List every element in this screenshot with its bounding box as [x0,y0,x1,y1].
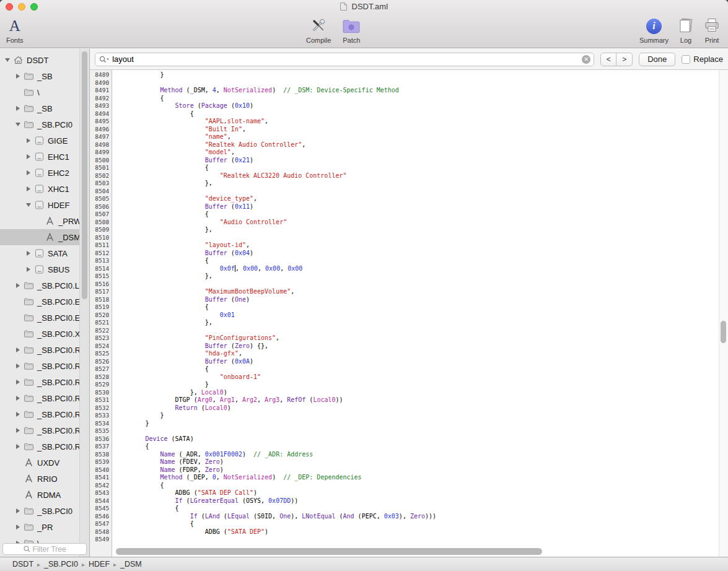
code-line[interactable]: 8499 "model", [90,149,718,157]
find-next-button[interactable]: > [616,53,633,66]
disclosure-triangle-icon[interactable] [14,282,22,289]
code-line[interactable]: 8527 { [90,365,718,373]
code-line[interactable]: 8532 Return (Local0) [90,404,718,412]
code-line[interactable]: 8523 "PinConfigurations", [90,334,718,342]
code-line[interactable]: 8515 }, [90,272,718,281]
code-line[interactable]: 8497 "name", [90,133,718,141]
code-line[interactable]: 8510 [90,234,718,242]
editor-vscrollbar-track[interactable] [719,70,728,557]
code-line[interactable]: 8543 ADBG ("SATA DEP Call") [90,489,718,497]
code-line[interactable]: 8535 [90,427,718,435]
disclosure-triangle-icon[interactable] [25,153,32,160]
sidebar-item-uxdv[interactable]: UXDV [0,455,79,471]
code-line[interactable]: 8531 DTGP (Arg0, Arg1, Arg2, Arg3, RefOf… [90,396,718,404]
disclosure-triangle-icon[interactable] [14,394,22,402]
patch-button[interactable]: Patch [342,16,361,44]
sidebar-item-xhc1[interactable]: XHC1 [0,181,79,197]
disclosure-triangle-icon[interactable] [14,523,22,531]
sidebar-item-dsm[interactable]: _DSM [0,229,79,245]
code-line[interactable]: 8549 [90,536,718,544]
breadcrumb-item[interactable]: _DSM [120,560,142,569]
code-line[interactable]: 8517 "MaximumBootBeepVolume", [90,288,718,296]
code-line[interactable]: 8493 Store (Package (0x10) [90,102,718,110]
log-button[interactable]: Log [677,16,695,44]
sidebar-item-prw[interactable]: _PRW [0,213,79,229]
compile-button[interactable]: Compile [306,16,331,44]
code-line[interactable]: 8502 "Realtek ALC3220 Audio Controller" [90,172,718,180]
breadcrumb-item[interactable]: DSDT [12,560,33,569]
code-line[interactable]: 8501 { [90,164,718,172]
disclosure-triangle-icon[interactable] [14,105,22,112]
code-line[interactable]: 8520 0x01 [90,312,718,320]
sidebar-item-sbpci0rp06[interactable]: _SB.PCI0.RP06 [0,406,79,422]
sidebar-item-pr[interactable]: _PR [0,519,79,535]
replace-checkbox[interactable] [682,55,690,64]
code-line[interactable]: 8498 "Realtek Audio Controller", [90,141,718,149]
sidebar-item-sbpci0rp05[interactable]: _SB.PCI0.RP05 [0,390,79,406]
sidebar-item-ehc2[interactable]: EHC2 [0,165,79,181]
code-line[interactable]: 8511 "layout-id", [90,242,718,250]
code-line[interactable]: 8505 "device_type", [90,195,718,203]
disclosure-triangle-icon[interactable] [14,378,22,386]
code-line[interactable]: 8503 }, [90,180,718,188]
disclosure-triangle-icon[interactable] [25,169,32,177]
disclosure-triangle-icon[interactable] [14,411,22,418]
replace-toggle[interactable]: Replace [682,54,723,64]
disclosure-triangle-icon[interactable] [14,346,22,354]
code-line[interactable]: 8514 0x0f, 0x00, 0x00, 0x00 [90,265,718,273]
sidebar-item-rdma[interactable]: RDMA [0,487,79,503]
sidebar-item-gige[interactable]: GIGE [0,133,79,149]
sidebar-item-rrio[interactable]: RRIO [0,471,79,487]
sidebar-item-sb[interactable]: _SB [0,68,79,84]
disclosure-triangle-icon[interactable] [4,56,11,64]
code-line[interactable]: 8507 { [90,211,718,219]
disclosure-triangle-icon[interactable] [25,185,32,193]
sidebar-item-sbpci0rp08[interactable]: _SB.PCI0.RP08 [0,438,79,455]
code-line[interactable]: 8516 [90,281,718,289]
sidebar-scrollbar-thumb[interactable] [82,51,87,299]
sidebar-item-sbpci0xh[interactable]: _SB.PCI0.XH... [0,326,79,342]
disclosure-triangle-icon[interactable] [14,72,22,80]
disclosure-triangle-icon[interactable] [25,137,32,144]
code-line[interactable]: 8489 } [90,71,718,79]
disclosure-triangle-icon[interactable] [25,201,32,209]
sidebar-item-dsdt[interactable]: DSDT [0,52,79,68]
sidebar-item-sata[interactable]: SATA [0,245,79,261]
code-line[interactable]: 8521 }, [90,319,718,327]
code-line[interactable]: 8541 Method (_DEP, 0, NotSerialized) // … [90,474,718,482]
code-line[interactable]: 8540 Name (FDRP, Zero) [90,466,718,474]
done-button[interactable]: Done [639,53,675,66]
code-line[interactable]: 8508 "Audio Controller" [90,219,718,227]
code-editor[interactable]: 8489 }84908491 Method (_DSM, 4, NotSeria… [90,70,728,557]
sidebar-item-sbpci0[interactable]: _SB.PCI0 [0,503,79,519]
code-line[interactable]: 8512 Buffer (0x04) [90,250,718,258]
code-line[interactable]: 8513 { [90,257,718,265]
disclosure-triangle-icon[interactable] [25,266,32,273]
code-line[interactable]: 8491 Method (_DSM, 4, NotSerialized) // … [90,87,718,95]
sidebar-scrollbar-track[interactable] [79,49,89,557]
sidebar-item-sbpci0rp07[interactable]: _SB.PCI0.RP07 [0,422,79,438]
disclosure-triangle-icon[interactable] [25,250,32,257]
disclosure-triangle-icon[interactable] [14,362,22,370]
code-line[interactable]: 8519 { [90,303,718,312]
disclosure-triangle-icon[interactable] [14,427,22,434]
code-line[interactable]: 8496 "Built In", [90,126,718,134]
code-line[interactable]: 8534 } [90,420,718,428]
code-line[interactable]: 8533 } [90,412,718,420]
print-button[interactable]: Print [703,16,721,44]
code-line[interactable]: 8544 If (LGreaterEqual (OSYS, 0x07DD)) [90,497,718,505]
code-line[interactable]: 8525 "hda-gfx", [90,350,718,358]
code-line[interactable]: 8494 { [90,110,718,118]
search-input[interactable] [112,54,579,64]
code-line[interactable]: 8500 Buffer (0x21) [90,157,718,165]
code-line[interactable]: 8529 } [90,381,718,389]
code-line[interactable]: 8492 { [90,95,718,103]
sidebar-item-sbpci0eh[interactable]: _SB.PCI0.EH... [0,294,79,310]
breadcrumb-item[interactable]: HDEF [89,560,110,569]
clear-search-button[interactable]: ✕ [582,55,590,64]
sidebar-item-sb[interactable]: _SB [0,100,79,116]
code-line[interactable]: 8506 Buffer (0x11) [90,203,718,211]
code-line[interactable]: 8539 Name (FDEV, Zero) [90,458,718,466]
code-line[interactable]: 8518 Buffer (One) [90,296,718,304]
sidebar-item-ehc1[interactable]: EHC1 [0,149,79,165]
